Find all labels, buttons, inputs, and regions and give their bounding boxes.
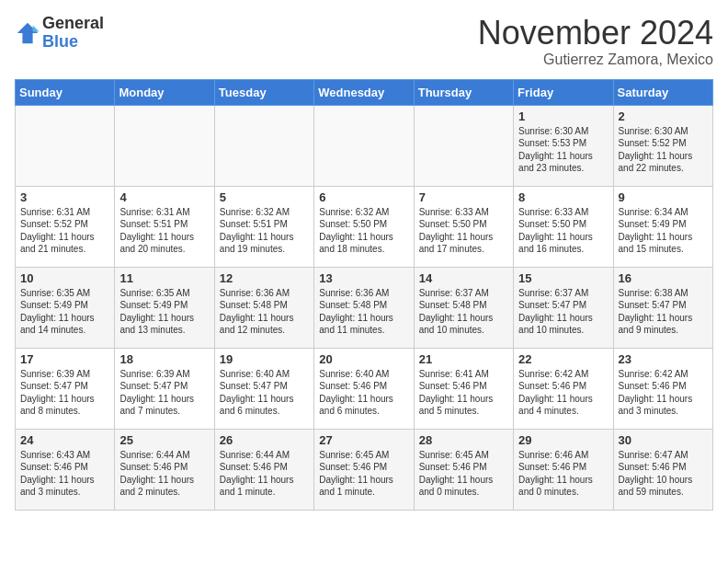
day-number: 18 [119,352,209,366]
day-number: 27 [319,433,408,447]
day-info: Sunrise: 6:32 AMSunset: 5:51 PMDaylight:… [220,206,309,256]
day-info: Sunrise: 6:36 AMSunset: 5:48 PMDaylight:… [319,287,408,337]
day-number: 1 [518,109,608,123]
day-info: Sunrise: 6:33 AMSunset: 5:50 PMDaylight:… [419,206,508,256]
day-info: Sunrise: 6:47 AMSunset: 5:46 PMDaylight:… [619,449,708,499]
day-info: Sunrise: 6:42 AMSunset: 5:46 PMDaylight:… [619,368,708,418]
day-info: Sunrise: 6:42 AMSunset: 5:46 PMDaylight:… [518,368,608,418]
header-cell-sunday: Sunday [16,79,115,105]
week-row-2: 3Sunrise: 6:31 AMSunset: 5:52 PMDaylight… [16,186,713,267]
day-cell: 22Sunrise: 6:42 AMSunset: 5:46 PMDayligh… [514,348,613,429]
day-info: Sunrise: 6:38 AMSunset: 5:47 PMDaylight:… [619,287,708,337]
day-cell: 10Sunrise: 6:35 AMSunset: 5:49 PMDayligh… [16,267,115,348]
day-info: Sunrise: 6:43 AMSunset: 5:46 PMDaylight:… [20,449,109,499]
svg-marker-0 [17,23,38,43]
day-cell: 27Sunrise: 6:45 AMSunset: 5:46 PMDayligh… [314,429,414,510]
day-number: 13 [319,271,408,285]
page-header: General Blue November 2024 Gutierrez Zam… [15,15,713,68]
day-number: 26 [220,433,309,447]
day-cell: 11Sunrise: 6:35 AMSunset: 5:49 PMDayligh… [115,267,214,348]
day-info: Sunrise: 6:35 AMSunset: 5:49 PMDaylight:… [119,287,209,337]
location: Gutierrez Zamora, Mexico [478,52,713,68]
day-number: 19 [220,352,309,366]
day-cell [115,105,214,186]
day-cell: 3Sunrise: 6:31 AMSunset: 5:52 PMDaylight… [16,186,115,267]
day-number: 7 [419,190,508,204]
day-info: Sunrise: 6:39 AMSunset: 5:47 PMDaylight:… [119,368,209,418]
day-number: 16 [619,271,708,285]
day-number: 21 [419,352,508,366]
day-cell: 7Sunrise: 6:33 AMSunset: 5:50 PMDaylight… [414,186,513,267]
logo-general: General [42,15,104,33]
day-info: Sunrise: 6:31 AMSunset: 5:52 PMDaylight:… [20,206,109,256]
day-number: 8 [518,190,608,204]
day-cell [414,105,513,186]
day-number: 3 [20,190,109,204]
day-info: Sunrise: 6:35 AMSunset: 5:49 PMDaylight:… [20,287,109,337]
day-cell: 14Sunrise: 6:37 AMSunset: 5:48 PMDayligh… [414,267,513,348]
svg-marker-1 [33,25,40,31]
day-cell: 6Sunrise: 6:32 AMSunset: 5:50 PMDaylight… [314,186,414,267]
day-cell: 26Sunrise: 6:44 AMSunset: 5:46 PMDayligh… [214,429,313,510]
day-number: 2 [619,109,708,123]
day-cell: 21Sunrise: 6:41 AMSunset: 5:46 PMDayligh… [414,348,513,429]
header-cell-saturday: Saturday [613,79,712,105]
day-cell: 25Sunrise: 6:44 AMSunset: 5:46 PMDayligh… [115,429,214,510]
day-info: Sunrise: 6:45 AMSunset: 5:46 PMDaylight:… [319,449,408,499]
day-cell: 1Sunrise: 6:30 AMSunset: 5:53 PMDaylight… [514,105,613,186]
week-row-5: 24Sunrise: 6:43 AMSunset: 5:46 PMDayligh… [16,429,713,510]
day-number: 4 [119,190,209,204]
day-cell: 19Sunrise: 6:40 AMSunset: 5:47 PMDayligh… [214,348,313,429]
day-number: 15 [518,271,608,285]
day-info: Sunrise: 6:44 AMSunset: 5:46 PMDaylight:… [119,449,209,499]
day-number: 20 [319,352,408,366]
calendar-table: SundayMondayTuesdayWednesdayThursdayFrid… [15,79,713,511]
logo-blue: Blue [42,33,104,52]
day-info: Sunrise: 6:40 AMSunset: 5:47 PMDaylight:… [220,368,309,418]
day-cell: 12Sunrise: 6:36 AMSunset: 5:48 PMDayligh… [214,267,313,348]
day-cell: 24Sunrise: 6:43 AMSunset: 5:46 PMDayligh… [16,429,115,510]
header-cell-thursday: Thursday [414,79,513,105]
day-number: 9 [619,190,708,204]
day-cell: 9Sunrise: 6:34 AMSunset: 5:49 PMDaylight… [613,186,712,267]
day-cell: 23Sunrise: 6:42 AMSunset: 5:46 PMDayligh… [613,348,712,429]
day-info: Sunrise: 6:45 AMSunset: 5:46 PMDaylight:… [419,449,508,499]
day-number: 5 [220,190,309,204]
day-cell: 29Sunrise: 6:46 AMSunset: 5:46 PMDayligh… [514,429,613,510]
month-title: November 2024 [478,15,713,52]
header-row: SundayMondayTuesdayWednesdayThursdayFrid… [16,79,713,105]
day-info: Sunrise: 6:33 AMSunset: 5:50 PMDaylight:… [518,206,608,256]
day-info: Sunrise: 6:46 AMSunset: 5:46 PMDaylight:… [518,449,608,499]
day-cell: 30Sunrise: 6:47 AMSunset: 5:46 PMDayligh… [613,429,712,510]
header-cell-tuesday: Tuesday [214,79,313,105]
day-info: Sunrise: 6:41 AMSunset: 5:46 PMDaylight:… [419,368,508,418]
day-cell: 8Sunrise: 6:33 AMSunset: 5:50 PMDaylight… [514,186,613,267]
day-info: Sunrise: 6:37 AMSunset: 5:47 PMDaylight:… [518,287,608,337]
day-info: Sunrise: 6:32 AMSunset: 5:50 PMDaylight:… [319,206,408,256]
header-cell-monday: Monday [115,79,214,105]
day-number: 29 [518,433,608,447]
day-info: Sunrise: 6:34 AMSunset: 5:49 PMDaylight:… [619,206,708,256]
day-cell [214,105,313,186]
day-number: 25 [119,433,209,447]
day-number: 23 [619,352,708,366]
day-info: Sunrise: 6:36 AMSunset: 5:48 PMDaylight:… [220,287,309,337]
week-row-4: 17Sunrise: 6:39 AMSunset: 5:47 PMDayligh… [16,348,713,429]
day-cell: 13Sunrise: 6:36 AMSunset: 5:48 PMDayligh… [314,267,414,348]
day-number: 28 [419,433,508,447]
day-info: Sunrise: 6:37 AMSunset: 5:48 PMDaylight:… [419,287,508,337]
day-cell: 17Sunrise: 6:39 AMSunset: 5:47 PMDayligh… [16,348,115,429]
header-cell-wednesday: Wednesday [314,79,414,105]
day-cell: 16Sunrise: 6:38 AMSunset: 5:47 PMDayligh… [613,267,712,348]
day-cell: 15Sunrise: 6:37 AMSunset: 5:47 PMDayligh… [514,267,613,348]
day-number: 6 [319,190,408,204]
day-cell: 18Sunrise: 6:39 AMSunset: 5:47 PMDayligh… [115,348,214,429]
week-row-3: 10Sunrise: 6:35 AMSunset: 5:49 PMDayligh… [16,267,713,348]
day-number: 24 [20,433,109,447]
day-info: Sunrise: 6:44 AMSunset: 5:46 PMDaylight:… [220,449,309,499]
day-cell: 28Sunrise: 6:45 AMSunset: 5:46 PMDayligh… [414,429,513,510]
title-block: November 2024 Gutierrez Zamora, Mexico [478,15,713,68]
day-number: 12 [220,271,309,285]
day-info: Sunrise: 6:40 AMSunset: 5:46 PMDaylight:… [319,368,408,418]
day-cell: 2Sunrise: 6:30 AMSunset: 5:52 PMDaylight… [613,105,712,186]
